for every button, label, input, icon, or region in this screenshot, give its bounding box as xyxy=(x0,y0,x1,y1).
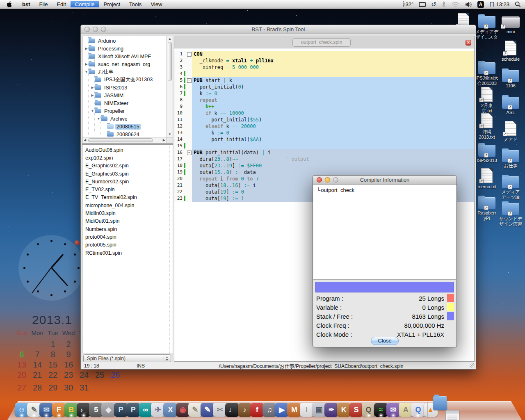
dock-icon-midi-keyboard[interactable]: ♩ xyxy=(225,403,239,417)
temperature-widget[interactable]: TMP 32° xyxy=(403,1,413,7)
dock-icon-ipod-app[interactable]: i xyxy=(300,403,314,417)
volume-icon[interactable] xyxy=(465,2,472,7)
file-list-item[interactable]: RCtime001.spin xyxy=(82,249,173,257)
code-line-9[interactable]: 9 k++ xyxy=(174,103,474,110)
dock-icon-photos-app[interactable]: ▣ xyxy=(312,403,326,417)
dock-icon-mail-app[interactable]: ✉ xyxy=(386,403,400,417)
tree-expander-icon[interactable]: ▼ xyxy=(90,109,95,113)
desktop-icon-サウンドデ[interactable]: ↗サウンドデザイン演習 xyxy=(495,199,525,227)
menu-clock[interactable]: 日 13:23 xyxy=(489,1,509,8)
file-list-scroll-track[interactable] xyxy=(169,145,173,353)
file-list-item[interactable]: proto005.spin xyxy=(82,241,173,249)
dialog-zoom-button[interactable] xyxy=(333,177,338,183)
tree-item-Xilisoft Xilisoft AVI MPE[interactable]: Xilisoft Xilisoft AVI MPE xyxy=(82,52,167,60)
apple-menu[interactable] xyxy=(0,0,18,9)
code-line-10[interactable]: 10 if k == 10000 xyxy=(174,110,474,116)
tree-item-お仕事[interactable]: ▼お仕事 xyxy=(82,68,167,76)
file-list-item[interactable]: E_TV_Terminal02.spin xyxy=(82,194,173,201)
fold-toggle-icon[interactable] xyxy=(186,51,192,57)
tree-expander-icon[interactable]: ▶ xyxy=(84,47,89,50)
dock-icon-xcode[interactable]: X xyxy=(163,403,177,417)
code-line-14[interactable]: 14 port_initial($AA) xyxy=(174,136,474,143)
window-resize-grip[interactable] xyxy=(470,363,475,368)
dock-icon-garageband[interactable]: ♪ xyxy=(238,403,252,417)
dock-icon-finder[interactable]: ☺ xyxy=(15,403,29,417)
tree-vertical-scrollbar[interactable]: ▲ ▼ xyxy=(167,36,173,137)
code-line-11[interactable]: 11 port_initial($55) xyxy=(174,116,474,123)
menu-item-compile[interactable]: Compile xyxy=(71,1,99,7)
code-line-2[interactable]: 2 _clkmode = xtal1 + pll16x xyxy=(174,57,474,64)
dock-icon-strawberry-app[interactable]: S xyxy=(349,403,363,417)
desktop-icon-mini[interactable]: ↗mini xyxy=(495,11,525,34)
tree-expander-icon[interactable]: ▼ xyxy=(96,117,101,121)
code-line-8[interactable]: 8 repeat xyxy=(174,97,474,103)
desktop-icon-ASL[interactable]: ↗ASL xyxy=(495,92,525,115)
zoom-window-button[interactable] xyxy=(101,27,106,32)
menu-item-project[interactable]: Project xyxy=(99,1,125,7)
fold-toggle-icon[interactable] xyxy=(186,149,192,156)
dock-icon-bst-app[interactable]: B xyxy=(64,403,78,417)
code-line-13[interactable]: 13 k := 0 xyxy=(174,130,474,136)
wifi-icon[interactable] xyxy=(451,2,460,7)
dock-icon-page-editor[interactable]: ✎ xyxy=(188,403,202,417)
dialog-titlebar[interactable]: Compiler Information xyxy=(313,176,457,185)
code-line-7[interactable]: 7 k := 0 xyxy=(174,90,474,97)
tree-item-Propeller[interactable]: ▼Propeller xyxy=(82,107,167,115)
desktop-icon-schedule[interactable]: ↗schedule xyxy=(495,39,525,62)
menu-item-bst[interactable]: bst xyxy=(18,1,35,7)
scroll-down-arrow[interactable]: ▼ xyxy=(167,132,173,136)
file-list-item[interactable]: proto004.spin xyxy=(82,233,173,241)
dock-icon-minimized-window-1[interactable] xyxy=(445,410,459,420)
input-method-badge[interactable]: A xyxy=(477,1,484,8)
time-machine-icon[interactable]: ↺ xyxy=(431,1,436,7)
desktop-icon-メディア[interactable]: ↗メディアアーツ論 xyxy=(495,172,525,200)
bluetooth-icon[interactable] xyxy=(442,1,446,7)
dock-icon-text-editor[interactable]: ✎ xyxy=(27,403,41,417)
dock-icon-dock-folder[interactable] xyxy=(433,396,447,410)
tab-close-button[interactable]: ✕ xyxy=(466,40,471,46)
menu-item-tools[interactable]: Tools xyxy=(125,1,146,7)
display-icon[interactable] xyxy=(419,2,426,7)
dock-icon-keynote[interactable]: K xyxy=(337,403,351,417)
dock-icon-notebook-app[interactable]: ✎ xyxy=(201,403,215,417)
menu-item-file[interactable]: File xyxy=(35,1,52,7)
tree-expander-icon[interactable]: ▼ xyxy=(84,70,89,74)
compiled-object-item[interactable]: outport_check xyxy=(313,185,456,193)
file-list-item[interactable]: AudioOut06.spin xyxy=(82,146,173,154)
dock-icon-thunderbird[interactable]: ✉ xyxy=(39,403,53,417)
file-list-item[interactable]: MidiOut01.spin xyxy=(82,217,173,225)
file-list-item[interactable]: E_Graphics02.spin xyxy=(82,162,173,170)
dock-icon-max-app[interactable]: M xyxy=(287,403,301,417)
tree-item-Arduino[interactable]: Arduino xyxy=(82,37,167,45)
file-list-item[interactable]: microphone_004.spin xyxy=(82,201,173,209)
desktop-icon-1106[interactable]: ↗1106 xyxy=(495,66,525,89)
tree-horizontal-scrollbar[interactable]: ◀ ▶ xyxy=(82,137,167,143)
dock-icon-processing-b[interactable]: P xyxy=(126,403,140,417)
desktop-icon-お仕事[interactable]: ↗お仕事 xyxy=(495,146,525,169)
menu-item-edit[interactable]: Edit xyxy=(52,1,70,7)
file-list-item[interactable]: E_TV02.spin xyxy=(82,185,173,193)
code-line-17[interactable]: 17 dira[23..8]~~ ' output xyxy=(174,156,474,162)
tree-item-Processing[interactable]: ▶Processing xyxy=(82,45,167,52)
tree-item-suac_net_nagasm_org[interactable]: ▶suac_net_nagasm_org xyxy=(82,60,167,68)
file-list-item[interactable]: E_Graphics03.spin xyxy=(82,170,173,178)
dock-icon-app-five[interactable]: 5 xyxy=(89,403,103,417)
dock-icon-imovie[interactable]: ▶ xyxy=(275,403,289,417)
dock-icon-camera-app[interactable]: ◉ xyxy=(176,403,190,417)
tree-expander-icon[interactable]: ▶ xyxy=(90,86,95,89)
dialog-minimize-button[interactable] xyxy=(325,177,330,183)
code-line-19[interactable]: 19 outa[15..8] := data xyxy=(174,169,474,176)
tree-expander-icon[interactable]: ▶ xyxy=(90,94,95,97)
code-line-4[interactable]: 4 xyxy=(174,71,474,77)
file-list-item[interactable]: exp102.spin xyxy=(82,154,173,162)
menu-item-view[interactable]: View xyxy=(146,1,167,7)
code-line-12[interactable]: 12 elseif k == 20000 xyxy=(174,123,474,130)
dialog-close-action-button[interactable]: Close xyxy=(371,337,399,345)
dock-icon-photo-tools[interactable]: ✂ xyxy=(213,403,227,417)
file-list-item[interactable]: MidiIn03.spin xyxy=(82,209,173,217)
tree-item-IPSJ全国大会201303[interactable]: IPSJ全国大会201303 xyxy=(82,76,167,84)
spotlight-icon[interactable] xyxy=(515,1,521,7)
scroll-up-arrow[interactable]: ▲ xyxy=(167,37,173,41)
scroll-right-arrow[interactable]: ▶ xyxy=(163,138,165,142)
minimize-window-button[interactable] xyxy=(93,27,98,32)
